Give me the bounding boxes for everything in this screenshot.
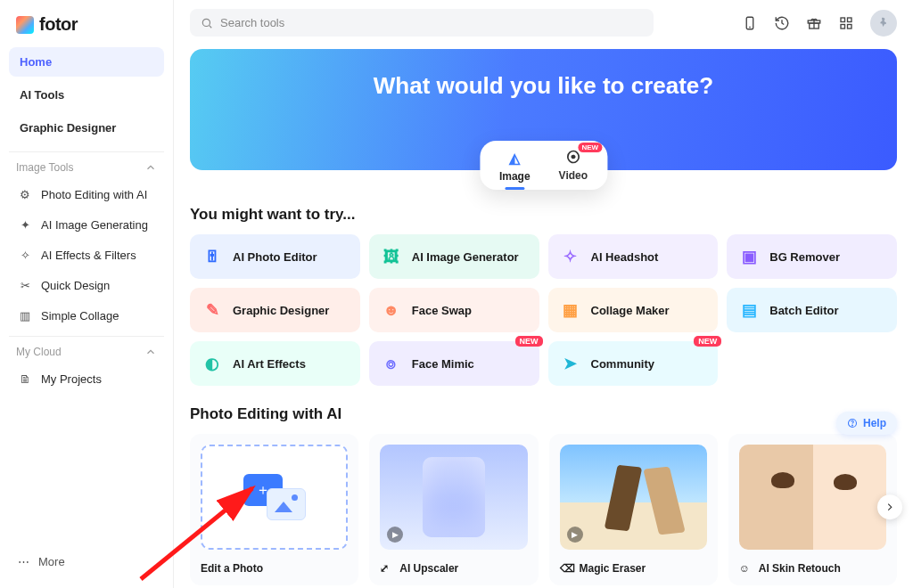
gift-icon[interactable] bbox=[806, 15, 822, 31]
swirl-icon: ◐ bbox=[202, 354, 222, 373]
card-face-mimic[interactable]: NEW⌾Face Mimic bbox=[369, 341, 539, 386]
card-ai-upscaler[interactable]: ▶ ⤢AI Upscaler bbox=[369, 434, 538, 585]
nav-ai-tools[interactable]: AI Tools bbox=[9, 80, 164, 110]
tool-ai-image-generating[interactable]: ✦AI Image Generating bbox=[9, 209, 164, 240]
chevron-up-icon bbox=[144, 161, 157, 174]
card-label: ☺AI Skin Retouch bbox=[739, 562, 886, 575]
stack-icon: ▤ bbox=[739, 300, 759, 320]
hero-title: What would you like to create? bbox=[190, 49, 897, 100]
thumbnail: ▶ bbox=[560, 445, 707, 550]
logo-text: fotor bbox=[39, 14, 78, 35]
chevron-right-icon bbox=[884, 501, 896, 513]
hero-banner: What would you like to create? ◭ Image N… bbox=[190, 49, 897, 170]
card-face-swap[interactable]: ☻Face Swap bbox=[369, 288, 539, 332]
card-label: ⤢AI Upscaler bbox=[380, 562, 527, 575]
card-edit-a-photo[interactable]: ＋ Edit a Photo bbox=[190, 434, 358, 585]
svg-rect-7 bbox=[841, 18, 845, 22]
chevron-up-icon bbox=[144, 346, 157, 358]
scissors-icon: ✂ bbox=[18, 278, 32, 292]
new-badge: NEW bbox=[694, 336, 721, 347]
search-icon bbox=[201, 17, 213, 29]
try-grid: 🎚AI Photo Editor 🖼AI Image Generator ✧AI… bbox=[190, 234, 897, 386]
new-badge: NEW bbox=[578, 143, 602, 152]
upload-illustration: ＋ bbox=[243, 474, 306, 520]
card-bg-remover[interactable]: ▣BG Remover bbox=[727, 234, 897, 279]
video-icon: ⦿ bbox=[566, 150, 580, 166]
file-icon: 🗎 bbox=[18, 372, 32, 386]
upload-thumb: ＋ bbox=[201, 445, 348, 550]
eraser-icon: ▣ bbox=[739, 247, 759, 266]
pencil-icon: ✎ bbox=[202, 300, 222, 320]
card-label: ⌫Magic Eraser bbox=[560, 562, 707, 575]
top-actions bbox=[742, 10, 897, 37]
tool-quick-design[interactable]: ✂Quick Design bbox=[9, 270, 164, 300]
layout-icon: ▥ bbox=[18, 308, 32, 323]
send-icon: ➤ bbox=[561, 354, 580, 373]
thumbnail bbox=[739, 445, 886, 550]
edit-row: ＋ Edit a Photo ▶ ⤢AI Upscaler ▶ ⌫Magic E… bbox=[190, 434, 897, 585]
play-icon: ▶ bbox=[567, 527, 583, 543]
help-button[interactable]: Help bbox=[836, 412, 897, 435]
svg-point-0 bbox=[202, 19, 210, 26]
card-batch-editor[interactable]: ▤Batch Editor bbox=[727, 288, 897, 332]
search-placeholder: Search tools bbox=[220, 16, 284, 29]
sliders-icon: 🎚 bbox=[202, 247, 222, 266]
sliders-icon: ⚙ bbox=[18, 187, 32, 201]
card-ai-art-effects[interactable]: ◐AI Art Effects bbox=[190, 341, 360, 386]
search-input[interactable]: Search tools bbox=[190, 9, 654, 37]
tool-my-projects[interactable]: 🗎My Projects bbox=[9, 363, 164, 394]
help-icon bbox=[847, 418, 858, 429]
section-title: Image Tools bbox=[16, 161, 73, 174]
card-magic-eraser[interactable]: ▶ ⌫Magic Eraser bbox=[549, 434, 718, 585]
tool-ai-effects-filters[interactable]: ✧AI Effects & Filters bbox=[9, 240, 164, 270]
play-icon: ▶ bbox=[387, 527, 403, 543]
tab-video[interactable]: NEW ⦿ Video bbox=[559, 150, 588, 183]
sidebar: fotor Home AI Tools Graphic Designer Ima… bbox=[0, 0, 174, 588]
thumbnail: ▶ bbox=[380, 445, 527, 550]
section-image-tools[interactable]: Image Tools bbox=[9, 151, 164, 179]
nav-home[interactable]: Home bbox=[9, 47, 164, 77]
apps-icon[interactable] bbox=[838, 15, 854, 31]
new-badge: NEW bbox=[515, 336, 543, 347]
svg-rect-8 bbox=[848, 18, 852, 22]
logo[interactable]: fotor bbox=[9, 11, 164, 47]
svg-rect-10 bbox=[848, 24, 852, 29]
card-ai-photo-editor[interactable]: 🎚AI Photo Editor bbox=[190, 234, 360, 279]
topbar: Search tools bbox=[190, 9, 897, 37]
edit-section-title: Photo Editing with AI bbox=[190, 405, 897, 423]
try-section-title: You might want to try... bbox=[190, 206, 897, 224]
grid-icon: ▦ bbox=[561, 300, 580, 320]
tool-photo-editing-ai[interactable]: ⚙Photo Editing with AI bbox=[9, 179, 164, 209]
expand-icon: ⤢ bbox=[380, 562, 392, 575]
carousel-next-button[interactable] bbox=[877, 494, 902, 519]
eraser-icon: ⌫ bbox=[560, 562, 572, 575]
section-title: My Cloud bbox=[16, 346, 62, 358]
card-collage-maker[interactable]: ▦Collage Maker bbox=[548, 288, 719, 332]
card-ai-headshot[interactable]: ✧AI Headshot bbox=[548, 234, 719, 279]
wand-icon: ✧ bbox=[18, 248, 32, 262]
section-my-cloud[interactable]: My Cloud bbox=[9, 336, 164, 363]
tab-image[interactable]: ◭ Image bbox=[499, 150, 531, 183]
mobile-icon[interactable] bbox=[742, 15, 758, 31]
nav-more[interactable]: ⋯ More bbox=[9, 546, 164, 577]
nav-graphic-designer[interactable]: Graphic Designer bbox=[9, 113, 164, 143]
logo-icon bbox=[16, 16, 34, 34]
face-icon: ☺ bbox=[739, 562, 752, 575]
hero-tabs: ◭ Image NEW ⦿ Video bbox=[480, 141, 607, 190]
main: Search tools What would you like to crea… bbox=[174, 0, 913, 588]
svg-point-12 bbox=[852, 425, 853, 426]
card-ai-image-generator[interactable]: 🖼AI Image Generator bbox=[369, 234, 539, 279]
svg-rect-9 bbox=[841, 24, 845, 29]
image-icon bbox=[267, 488, 306, 520]
card-graphic-designer[interactable]: ✎Graphic Designer bbox=[190, 288, 360, 332]
face-icon: ☻ bbox=[382, 300, 401, 320]
card-community[interactable]: NEW➤Community bbox=[548, 341, 719, 386]
avatar[interactable] bbox=[870, 10, 897, 37]
dots-icon: ⋯ bbox=[18, 555, 29, 568]
tool-simple-collage[interactable]: ▥Simple Collage bbox=[9, 300, 164, 331]
image-plus-icon: 🖼 bbox=[382, 247, 401, 266]
card-ai-skin-retouch[interactable]: ☺AI Skin Retouch bbox=[728, 434, 897, 585]
image-icon: ◭ bbox=[509, 150, 520, 167]
card-label: Edit a Photo bbox=[201, 562, 348, 575]
history-icon[interactable] bbox=[774, 15, 790, 31]
